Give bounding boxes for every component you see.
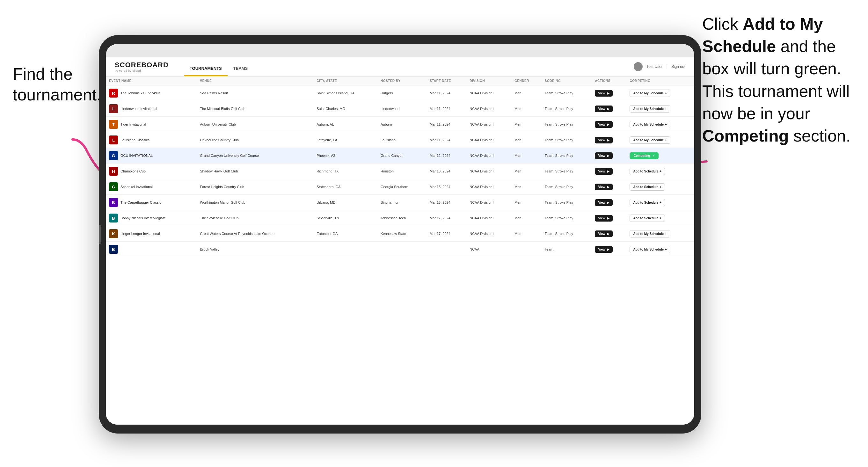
start-date-cell: Mar 13, 2024 [427,163,466,179]
view-button[interactable]: View ▶ [595,137,613,144]
gender-cell: Men [511,101,541,117]
event-name-cell-0: R The Johnnie - O Individual [106,86,197,101]
view-button[interactable]: View ▶ [595,90,613,97]
hosted-by-cell: Georgia Southern [377,179,427,195]
user-label: Test User [647,64,663,69]
add-schedule-button[interactable]: Add to My Schedule + [629,121,670,128]
plus-icon: + [665,107,667,111]
col-event-name: EVENT NAME [106,76,197,86]
view-button[interactable]: View ▶ [595,105,613,112]
view-button[interactable]: View ▶ [595,121,613,128]
division-cell: NCAA Division I [466,117,511,132]
gender-cell: Men [511,148,541,163]
plus-icon: + [665,123,667,126]
start-date-cell: Mar 17, 2024 [427,226,466,242]
plus-icon: + [659,201,661,204]
event-name-text: Champions Cup [121,169,146,173]
table-row: H Champions Cup Shadow Hawk Golf ClubRic… [106,163,694,179]
view-button[interactable]: View ▶ [595,184,613,190]
city-state-cell: Eatonton, GA [313,226,377,242]
city-state-cell: Phoenix, AZ [313,148,377,163]
add-schedule-button[interactable]: Add to My Schedule + [629,105,670,113]
scoring-cell: Team, [541,242,592,257]
competing-cell: Add to My Schedule + [626,132,694,148]
event-name-cell-7: B The Carpetbagger Classic [106,195,197,210]
table-header: EVENT NAME VENUE CITY, STATE HOSTED BY S… [106,76,694,86]
actions-cell: View ▶ [592,226,626,242]
view-button[interactable]: View ▶ [595,199,613,206]
city-state-cell: Lafayette, LA [313,132,377,148]
plus-icon: + [659,185,661,189]
scoring-cell: Team, Stroke Play [541,132,592,148]
add-schedule-button[interactable]: Add to Schedule + [629,215,665,222]
col-actions: ACTIONS [592,76,626,86]
actions-cell: View ▶ [592,179,626,195]
venue-cell: The Sevierville Golf Club [197,210,313,226]
add-schedule-button[interactable]: Add to Schedule + [629,183,665,191]
competing-cell: Add to My Schedule + [626,86,694,101]
division-cell: NCAA Division I [466,179,511,195]
scoring-cell: Team, Stroke Play [541,117,592,132]
venue-cell: Auburn University Club [197,117,313,132]
scoring-cell: Team, Stroke Play [541,86,592,101]
competing-cell: Add to Schedule + [626,179,694,195]
hosted-by-cell: Rutgers [377,86,427,101]
gender-cell: Men [511,163,541,179]
venue-cell: Worthington Manor Golf Club [197,195,313,210]
table-row: T Tiger Invitational Auburn University C… [106,117,694,132]
start-date-cell: Mar 11, 2024 [427,101,466,117]
team-logo: B [109,214,118,222]
start-date-cell: Mar 11, 2024 [427,86,466,101]
logo-sub: Powered by clippd [115,69,168,72]
division-cell: NCAA Division I [466,132,511,148]
add-schedule-button[interactable]: Add to My Schedule + [629,230,670,238]
team-logo: B [109,245,118,254]
gender-cell: Men [511,226,541,242]
add-schedule-button[interactable]: Add to Schedule + [629,168,665,175]
plus-icon: + [665,232,667,236]
view-button[interactable]: View ▶ [595,246,613,253]
competing-cell: Add to My Schedule + [626,242,694,257]
add-schedule-button[interactable]: Add to My Schedule + [629,136,670,144]
team-logo: K [109,229,118,238]
event-name-cell-2: T Tiger Invitational [106,117,197,132]
table-container[interactable]: EVENT NAME VENUE CITY, STATE HOSTED BY S… [106,76,694,425]
event-name-cell-6: G Schenkel Invitational [106,179,197,195]
col-city-state: CITY, STATE [313,76,377,86]
start-date-cell: Mar 16, 2024 [427,195,466,210]
checkmark-icon: ✓ [652,154,655,157]
competing-button[interactable]: Competing ✓ [629,152,658,159]
tab-teams[interactable]: TEAMS [227,57,254,76]
plus-icon: + [665,92,667,95]
annotation-left-text: Find the tournament. [13,65,101,104]
tablet-frame: SCOREBOARD Powered by clippd TOURNAMENTS… [99,35,701,434]
tab-tournaments[interactable]: TOURNAMENTS [184,57,227,76]
event-name-cell-5: H Champions Cup [106,163,197,179]
competing-cell: Competing ✓ [626,148,694,163]
col-division: DIVISION [466,76,511,86]
event-name-text: Tiger Invitational [121,122,146,126]
event-name-text: Bobby Nichols Intercollegiate [121,216,166,220]
view-button[interactable]: View ▶ [595,230,613,237]
scoring-cell: Team, Stroke Play [541,226,592,242]
event-name-text: Louisiana Classics [121,138,150,142]
eye-icon: ▶ [607,138,610,142]
view-button[interactable]: View ▶ [595,215,613,222]
city-state-cell: Statesboro, GA [313,179,377,195]
event-name-text: Schenkel Invitational [121,185,153,189]
actions-cell: View ▶ [592,242,626,257]
view-button[interactable]: View ▶ [595,152,613,159]
division-cell: NCAA Division I [466,148,511,163]
event-name-text: GCU INVITATIONAL [121,154,153,157]
signout-link[interactable]: Sign out [671,64,685,69]
tournaments-table: EVENT NAME VENUE CITY, STATE HOSTED BY S… [106,76,694,257]
add-schedule-button[interactable]: Add to My Schedule + [629,246,670,253]
division-cell: NCAA Division I [466,210,511,226]
start-date-cell: Mar 11, 2024 [427,132,466,148]
add-schedule-button[interactable]: Add to My Schedule + [629,90,670,97]
scoring-cell: Team, Stroke Play [541,163,592,179]
view-button[interactable]: View ▶ [595,168,613,175]
add-schedule-button[interactable]: Add to Schedule + [629,199,665,206]
actions-cell: View ▶ [592,210,626,226]
eye-icon: ▶ [607,216,610,220]
